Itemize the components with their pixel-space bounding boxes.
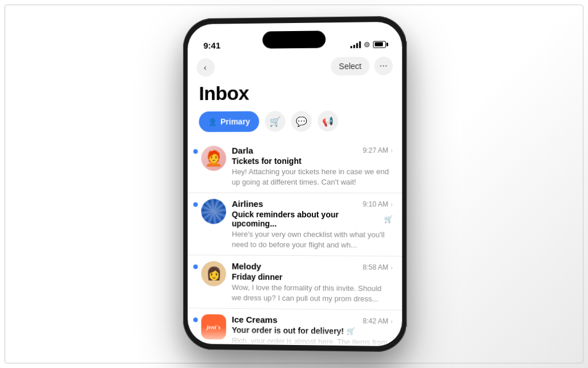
email-header-melody: Melody 8:58 AM ›	[232, 262, 393, 273]
email-item-airlines[interactable]: Airlines 9:10 AM › Quick reminders about…	[188, 193, 403, 256]
signal-bar-1	[350, 45, 352, 48]
email-subject-darla: Tickets for tonight	[232, 156, 393, 166]
status-time: 9:41	[203, 40, 220, 50]
email-preview-airlines: Here's your very own checklist with what…	[232, 229, 393, 250]
email-chevron-darla: ›	[390, 147, 393, 154]
email-meta-icecreams: 8:42 AM ›	[363, 317, 393, 325]
dynamic-island	[262, 30, 326, 48]
email-meta-airlines: 9:10 AM ›	[363, 200, 393, 208]
email-preview-melody: Wow, I love the formality of this invite…	[232, 282, 393, 304]
content-area: Inbox 👤 Primary 🛒 💬 📢	[188, 79, 403, 347]
email-chevron-airlines: ›	[390, 201, 393, 208]
nav-bar: ‹ Select ···	[188, 53, 403, 80]
unread-dot-icecreams	[194, 317, 198, 322]
filter-tabs: 👤 Primary 🛒 💬 📢	[188, 110, 403, 140]
email-content-darla: Darla 9:27 AM › Tickets for tonight Hey!…	[232, 145, 393, 187]
email-content-melody: Melody 8:58 AM › Friday dinner Wow, I lo…	[232, 262, 393, 304]
signal-bar-3	[356, 43, 358, 48]
phone-shell: 9:41 ⊜ ‹	[183, 16, 407, 352]
email-content-airlines: Airlines 9:10 AM › Quick reminders about…	[232, 199, 393, 250]
email-subject-airlines: Quick reminders about your upcoming... 🛒	[232, 210, 393, 229]
page-background: 9:41 ⊜ ‹	[0, 0, 588, 368]
email-item-darla[interactable]: 🧑‍🦰 Darla 9:27 AM › Ticke	[188, 139, 403, 193]
email-sender-melody: Melody	[232, 262, 261, 271]
email-meta-melody: 8:58 AM ›	[363, 263, 393, 271]
shopping-icon: 🛒	[269, 116, 281, 127]
promotions-icon: 📢	[322, 116, 334, 126]
email-time-airlines: 9:10 AM	[363, 200, 389, 208]
signal-bar-4	[359, 41, 361, 48]
email-header-airlines: Airlines 9:10 AM ›	[232, 199, 393, 209]
tab-shopping[interactable]: 🛒	[265, 111, 285, 132]
email-time-melody: 8:58 AM	[363, 263, 389, 271]
unread-dot-darla	[194, 149, 198, 154]
status-icons: ⊜	[350, 40, 386, 49]
email-chevron-icecreams: ›	[390, 317, 393, 324]
primary-tab-icon: 👤	[208, 117, 217, 126]
avatar-darla: 🧑‍🦰	[201, 145, 226, 171]
nav-right-actions: Select ···	[331, 56, 393, 75]
avatar-airlines	[201, 199, 226, 224]
email-preview-darla: Hey! Attaching your tickets here in case…	[232, 167, 393, 187]
email-sender-airlines: Airlines	[232, 199, 264, 209]
unread-dot-airlines	[194, 202, 198, 207]
email-time-icecreams: 8:42 AM	[363, 317, 389, 325]
primary-tab-label: Primary	[220, 117, 250, 126]
back-chevron-icon: ‹	[204, 63, 207, 72]
cart-icon-airlines: 🛒	[384, 215, 393, 223]
wifi-icon: ⊜	[363, 40, 370, 49]
email-meta-darla: 9:27 AM ›	[363, 146, 393, 154]
select-button[interactable]: Select	[331, 57, 369, 76]
email-subject-melody: Friday dinner	[232, 272, 393, 282]
battery-icon	[373, 41, 386, 48]
battery-fill	[374, 42, 383, 46]
signal-bar-2	[353, 44, 355, 48]
unread-dot-melody	[194, 264, 198, 269]
back-button[interactable]: ‹	[196, 58, 215, 76]
more-button[interactable]: ···	[374, 56, 393, 75]
social-icon: 💬	[296, 116, 307, 126]
more-icon: ···	[380, 60, 388, 71]
signal-bars-icon	[350, 41, 361, 48]
inbox-title: Inbox	[188, 79, 403, 112]
tab-primary[interactable]: 👤 Primary	[199, 111, 259, 132]
email-item-melody[interactable]: 👩 Melody 8:58 AM › Friday	[188, 255, 403, 310]
email-list: 🧑‍🦰 Darla 9:27 AM › Ticke	[188, 139, 403, 346]
tab-social[interactable]: 💬	[291, 111, 312, 132]
email-sender-icecreams: Ice Creams	[232, 315, 277, 325]
avatar-melody: 👩	[201, 261, 226, 286]
bottom-fade	[188, 327, 403, 346]
email-header-icecreams: Ice Creams 8:42 AM ›	[232, 315, 393, 326]
email-time-darla: 9:27 AM	[363, 146, 389, 154]
phone-screen: 9:41 ⊜ ‹	[188, 22, 403, 347]
email-chevron-melody: ›	[390, 264, 393, 271]
airlines-pattern	[201, 199, 226, 224]
email-header-darla: Darla 9:27 AM ›	[232, 145, 393, 155]
tab-promotions[interactable]: 📢	[318, 111, 338, 132]
email-sender-darla: Darla	[232, 145, 253, 155]
